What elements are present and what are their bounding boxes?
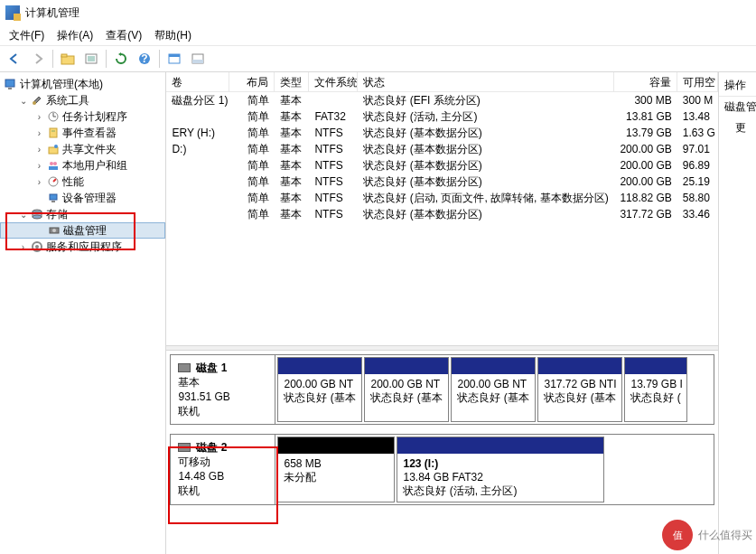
volume-list[interactable]: 磁盘分区 1)简单基本状态良好 (EFI 系统分区)300 MB300 M简单基… — [166, 92, 717, 345]
actions-item-diskmgmt[interactable]: 磁盘管 — [719, 97, 756, 117]
svg-rect-11 — [192, 60, 203, 63]
partition[interactable]: 123 (I:)13.84 GB FAT32状态良好 (活动, 主分区) — [397, 437, 604, 502]
tree-shared[interactable]: ›共享文件夹 — [0, 141, 165, 157]
disk-1-row[interactable]: 磁盘 1 基本 931.51 GB 联机 200.00 GB NT状态良好 (基… — [170, 354, 714, 425]
tree-services[interactable]: ›服务和应用程序 — [0, 239, 165, 255]
svg-rect-24 — [49, 166, 58, 170]
separator — [106, 50, 107, 68]
expand-icon[interactable]: › — [34, 112, 44, 122]
tree-task[interactable]: ›任务计划程序 — [0, 108, 165, 125]
partition[interactable]: 200.00 GB NT状态良好 (基本 — [364, 357, 449, 422]
partition[interactable]: 13.79 GB I状态良好 ( — [624, 357, 687, 422]
volume-row[interactable]: 简单基本FAT32状态良好 (活动, 主分区)13.81 GB13.48 — [166, 108, 717, 125]
col-layout[interactable]: 布局 — [229, 72, 275, 91]
perf-icon — [46, 174, 61, 189]
back-button[interactable] — [4, 48, 25, 70]
partition[interactable]: 317.72 GB NTI状态良好 (基本 — [537, 357, 622, 422]
svg-point-21 — [54, 145, 58, 148]
services-icon — [30, 239, 44, 254]
main: 计算机管理(本地) ⌄ 系统工具 ›任务计划程序 ›事件查看器 ›共享文件夹 ›… — [0, 72, 756, 554]
titlebar: 计算机管理 — [0, 0, 756, 25]
content: 卷 布局 类型 文件系统 状态 容量 可用空 磁盘分区 1)简单基本状态良好 (… — [166, 72, 718, 554]
tree-systools[interactable]: ⌄ 系统工具 — [0, 92, 165, 108]
svg-rect-12 — [5, 80, 14, 87]
tree-diskmgmt[interactable]: 磁盘管理 — [0, 222, 165, 239]
tool-refresh[interactable] — [110, 48, 132, 70]
col-status[interactable]: 状态 — [358, 72, 613, 91]
menu-help[interactable]: 帮助(H) — [149, 26, 197, 45]
svg-point-30 — [33, 215, 42, 219]
svg-rect-1 — [61, 54, 67, 57]
separator — [52, 50, 53, 68]
collapse-icon[interactable]: ⌄ — [18, 96, 28, 106]
disk-icon — [178, 443, 191, 452]
disk-2-partitions: 658 MB未分配123 (I:)13.84 GB FAT32状态良好 (活动,… — [275, 435, 713, 504]
watermark-text: 什么值得买 — [698, 528, 752, 543]
svg-rect-13 — [8, 88, 12, 89]
disk-2-info[interactable]: 磁盘 2 可移动 14.48 GB 联机 — [171, 435, 275, 504]
col-volume[interactable]: 卷 — [166, 72, 229, 91]
diskmgmt-icon — [47, 223, 61, 238]
svg-rect-18 — [50, 128, 57, 137]
computer-icon — [4, 77, 18, 91]
tool-properties[interactable] — [80, 48, 102, 70]
svg-point-23 — [53, 162, 57, 165]
app-icon — [5, 5, 20, 20]
disk-1-info[interactable]: 磁盘 1 基本 931.51 GB 联机 — [171, 355, 275, 424]
expand-icon[interactable]: › — [18, 242, 28, 252]
forward-button[interactable] — [27, 48, 49, 70]
volume-row[interactable]: D:)简单基本NTFS状态良好 (基本数据分区)200.00 GB97.01 — [166, 141, 717, 157]
svg-point-32 — [52, 229, 56, 232]
partition[interactable]: 200.00 GB NT状态良好 (基本 — [277, 357, 362, 422]
expand-icon[interactable]: › — [34, 145, 44, 155]
svg-rect-20 — [49, 147, 58, 154]
volume-row[interactable]: 简单基本NTFS状态良好 (基本数据分区)317.72 GB33.46 — [166, 206, 717, 222]
svg-rect-9 — [169, 54, 180, 57]
expand-icon[interactable]: › — [34, 161, 44, 171]
tree-storage[interactable]: ⌄存储 — [0, 206, 165, 222]
volume-row[interactable]: 磁盘分区 1)简单基本状态良好 (EFI 系统分区)300 MB300 M — [166, 92, 717, 108]
menu-view[interactable]: 查看(V) — [100, 26, 147, 45]
col-fs[interactable]: 文件系统 — [309, 72, 358, 91]
svg-point-22 — [50, 162, 53, 165]
window-title: 计算机管理 — [25, 5, 79, 21]
tool-view1[interactable] — [163, 48, 185, 70]
volume-row[interactable]: 简单基本NTFS状态良好 (基本数据分区)200.00 GB25.19 — [166, 174, 717, 190]
col-type[interactable]: 类型 — [275, 72, 309, 91]
volume-row[interactable]: 简单基本NTFS状态良好 (基本数据分区)200.00 GB96.89 — [166, 157, 717, 174]
nav-tree[interactable]: 计算机管理(本地) ⌄ 系统工具 ›任务计划程序 ›事件查看器 ›共享文件夹 ›… — [0, 72, 166, 554]
volume-row[interactable]: 简单基本NTFS状态良好 (启动, 页面文件, 故障转储, 基本数据分区)118… — [166, 190, 717, 206]
disk-1-partitions: 200.00 GB NT状态良好 (基本200.00 GB NT状态良好 (基本… — [275, 355, 713, 424]
separator — [159, 50, 160, 68]
actions-item-more[interactable]: 更 — [719, 117, 756, 138]
tree-event[interactable]: ›事件查看器 — [0, 125, 165, 141]
svg-rect-27 — [51, 201, 55, 202]
actions-pane: 操作 磁盘管 更 — [719, 72, 756, 554]
volume-list-header[interactable]: 卷 布局 类型 文件系统 状态 容量 可用空 — [166, 72, 717, 92]
menubar: 文件(F) 操作(A) 查看(V) 帮助(H) — [0, 25, 756, 45]
menu-file[interactable]: 文件(F) — [4, 26, 50, 45]
tree-perf[interactable]: ›性能 — [0, 174, 165, 190]
tool-folder[interactable] — [57, 48, 79, 70]
expand-icon[interactable]: › — [34, 177, 44, 187]
collapse-icon[interactable]: ⌄ — [18, 210, 28, 220]
col-capacity[interactable]: 容量 — [614, 72, 677, 91]
tree-devmgr[interactable]: 设备管理器 — [0, 190, 165, 206]
tool-view2[interactable] — [187, 48, 209, 70]
expand-icon[interactable]: › — [34, 128, 44, 138]
actions-header: 操作 — [719, 75, 756, 97]
tree-root[interactable]: 计算机管理(本地) — [0, 76, 165, 92]
svg-point-14 — [33, 101, 36, 105]
tree-users[interactable]: ›本地用户和组 — [0, 157, 165, 174]
disk-2-row[interactable]: 磁盘 2 可移动 14.48 GB 联机 658 MB未分配123 (I:)13… — [170, 434, 714, 505]
partition[interactable]: 200.00 GB NT状态良好 (基本 — [451, 357, 536, 422]
volume-row[interactable]: ERY (H:)简单基本NTFS状态良好 (基本数据分区)13.79 GB1.6… — [166, 125, 717, 141]
partition[interactable]: 658 MB未分配 — [277, 437, 395, 502]
devmgr-icon — [46, 191, 61, 205]
disk-icon — [178, 363, 191, 372]
tool-help[interactable]: ? — [134, 48, 155, 70]
tools-icon — [30, 93, 44, 108]
disk-graphical-view[interactable]: 磁盘 1 基本 931.51 GB 联机 200.00 GB NT状态良好 (基… — [166, 351, 717, 554]
col-free[interactable]: 可用空 — [677, 72, 718, 91]
menu-action[interactable]: 操作(A) — [51, 26, 98, 45]
